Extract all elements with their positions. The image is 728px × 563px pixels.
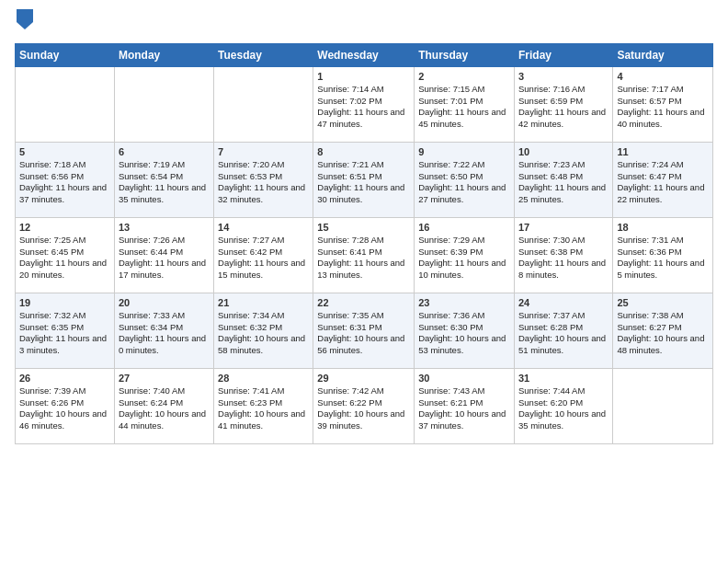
day-number: 21 <box>218 297 309 308</box>
day-number: 27 <box>119 373 210 384</box>
day-of-week-header: Saturday <box>613 43 713 66</box>
calendar-day-cell: 11Sunrise: 7:24 AM Sunset: 6:47 PM Dayli… <box>613 142 713 217</box>
day-number: 15 <box>317 222 410 233</box>
day-of-week-header: Tuesday <box>214 43 313 66</box>
day-number: 29 <box>317 373 410 384</box>
calendar-day-cell: 27Sunrise: 7:40 AM Sunset: 6:24 PM Dayli… <box>114 368 213 443</box>
calendar-day-cell: 16Sunrise: 7:29 AM Sunset: 6:39 PM Dayli… <box>415 217 515 293</box>
calendar-header-row: SundayMondayTuesdayWednesdayThursdayFrid… <box>16 43 713 66</box>
day-number: 11 <box>617 146 709 157</box>
day-number: 12 <box>19 222 110 233</box>
day-info: Sunrise: 7:16 AM Sunset: 6:59 PM Dayligh… <box>518 84 609 131</box>
day-info: Sunrise: 7:15 AM Sunset: 7:01 PM Dayligh… <box>418 84 510 131</box>
day-of-week-header: Friday <box>514 43 612 66</box>
day-number: 17 <box>518 222 609 233</box>
day-info: Sunrise: 7:40 AM Sunset: 6:24 PM Dayligh… <box>119 385 210 432</box>
calendar-day-cell: 10Sunrise: 7:23 AM Sunset: 6:48 PM Dayli… <box>514 142 612 217</box>
calendar-day-cell: 5Sunrise: 7:18 AM Sunset: 6:56 PM Daylig… <box>16 142 115 217</box>
day-info: Sunrise: 7:18 AM Sunset: 6:56 PM Dayligh… <box>19 159 110 206</box>
calendar-day-cell: 31Sunrise: 7:44 AM Sunset: 6:20 PM Dayli… <box>514 368 612 443</box>
day-info: Sunrise: 7:36 AM Sunset: 6:30 PM Dayligh… <box>418 310 510 357</box>
calendar-week-row: 19Sunrise: 7:32 AM Sunset: 6:35 PM Dayli… <box>16 293 713 368</box>
day-info: Sunrise: 7:14 AM Sunset: 7:02 PM Dayligh… <box>317 84 410 131</box>
calendar-day-cell: 22Sunrise: 7:35 AM Sunset: 6:31 PM Dayli… <box>313 293 415 368</box>
day-of-week-header: Wednesday <box>313 43 415 66</box>
day-number: 10 <box>518 146 609 157</box>
calendar-day-cell: 1Sunrise: 7:14 AM Sunset: 7:02 PM Daylig… <box>313 66 415 142</box>
calendar-day-cell: 19Sunrise: 7:32 AM Sunset: 6:35 PM Dayli… <box>16 293 115 368</box>
calendar-day-cell: 2Sunrise: 7:15 AM Sunset: 7:01 PM Daylig… <box>415 66 515 142</box>
day-number: 7 <box>218 146 309 157</box>
calendar-week-row: 12Sunrise: 7:25 AM Sunset: 6:45 PM Dayli… <box>16 217 713 293</box>
day-info: Sunrise: 7:37 AM Sunset: 6:28 PM Dayligh… <box>518 310 609 357</box>
calendar-day-cell: 14Sunrise: 7:27 AM Sunset: 6:42 PM Dayli… <box>214 217 313 293</box>
calendar-day-cell: 15Sunrise: 7:28 AM Sunset: 6:41 PM Dayli… <box>313 217 415 293</box>
calendar-day-cell: 21Sunrise: 7:34 AM Sunset: 6:32 PM Dayli… <box>214 293 313 368</box>
calendar-day-cell: 18Sunrise: 7:31 AM Sunset: 6:36 PM Dayli… <box>613 217 713 293</box>
day-number: 20 <box>119 297 210 308</box>
calendar-day-cell: 20Sunrise: 7:33 AM Sunset: 6:34 PM Dayli… <box>114 293 213 368</box>
logo <box>15 9 33 36</box>
calendar-day-cell: 24Sunrise: 7:37 AM Sunset: 6:28 PM Dayli… <box>514 293 612 368</box>
day-info: Sunrise: 7:19 AM Sunset: 6:54 PM Dayligh… <box>119 159 210 206</box>
day-number: 14 <box>218 222 309 233</box>
calendar-week-row: 26Sunrise: 7:39 AM Sunset: 6:26 PM Dayli… <box>16 368 713 443</box>
svg-marker-0 <box>17 9 33 29</box>
day-number: 16 <box>418 222 510 233</box>
day-info: Sunrise: 7:20 AM Sunset: 6:53 PM Dayligh… <box>218 159 309 206</box>
calendar-day-cell: 23Sunrise: 7:36 AM Sunset: 6:30 PM Dayli… <box>415 293 515 368</box>
logo-icon <box>17 9 33 29</box>
day-number: 31 <box>518 373 609 384</box>
day-of-week-header: Sunday <box>16 43 115 66</box>
day-info: Sunrise: 7:44 AM Sunset: 6:20 PM Dayligh… <box>518 385 609 432</box>
day-number: 18 <box>617 222 709 233</box>
header <box>15 9 713 36</box>
day-number: 8 <box>317 146 410 157</box>
day-info: Sunrise: 7:22 AM Sunset: 6:50 PM Dayligh… <box>418 159 510 206</box>
calendar-day-cell: 7Sunrise: 7:20 AM Sunset: 6:53 PM Daylig… <box>214 142 313 217</box>
day-info: Sunrise: 7:39 AM Sunset: 6:26 PM Dayligh… <box>19 385 110 432</box>
day-of-week-header: Monday <box>114 43 213 66</box>
calendar-day-cell: 29Sunrise: 7:42 AM Sunset: 6:22 PM Dayli… <box>313 368 415 443</box>
day-info: Sunrise: 7:17 AM Sunset: 6:57 PM Dayligh… <box>617 84 709 131</box>
day-info: Sunrise: 7:35 AM Sunset: 6:31 PM Dayligh… <box>317 310 410 357</box>
day-number: 4 <box>617 71 709 82</box>
day-info: Sunrise: 7:26 AM Sunset: 6:44 PM Dayligh… <box>119 235 210 282</box>
calendar-day-cell <box>214 66 313 142</box>
day-number: 6 <box>119 146 210 157</box>
calendar-day-cell: 25Sunrise: 7:38 AM Sunset: 6:27 PM Dayli… <box>613 293 713 368</box>
page-container: SundayMondayTuesdayWednesdayThursdayFrid… <box>0 0 728 454</box>
day-info: Sunrise: 7:29 AM Sunset: 6:39 PM Dayligh… <box>418 235 510 282</box>
calendar-day-cell: 17Sunrise: 7:30 AM Sunset: 6:38 PM Dayli… <box>514 217 612 293</box>
day-info: Sunrise: 7:33 AM Sunset: 6:34 PM Dayligh… <box>119 310 210 357</box>
calendar-day-cell: 13Sunrise: 7:26 AM Sunset: 6:44 PM Dayli… <box>114 217 213 293</box>
calendar-day-cell: 6Sunrise: 7:19 AM Sunset: 6:54 PM Daylig… <box>114 142 213 217</box>
calendar-week-row: 1Sunrise: 7:14 AM Sunset: 7:02 PM Daylig… <box>16 66 713 142</box>
day-info: Sunrise: 7:43 AM Sunset: 6:21 PM Dayligh… <box>418 385 510 432</box>
day-info: Sunrise: 7:34 AM Sunset: 6:32 PM Dayligh… <box>218 310 309 357</box>
day-info: Sunrise: 7:41 AM Sunset: 6:23 PM Dayligh… <box>218 385 309 432</box>
calendar-day-cell: 3Sunrise: 7:16 AM Sunset: 6:59 PM Daylig… <box>514 66 612 142</box>
calendar-day-cell: 26Sunrise: 7:39 AM Sunset: 6:26 PM Dayli… <box>16 368 115 443</box>
calendar-day-cell: 8Sunrise: 7:21 AM Sunset: 6:51 PM Daylig… <box>313 142 415 217</box>
calendar-day-cell <box>114 66 213 142</box>
day-number: 28 <box>218 373 309 384</box>
day-number: 13 <box>119 222 210 233</box>
day-number: 24 <box>518 297 609 308</box>
calendar-day-cell <box>613 368 713 443</box>
day-number: 26 <box>19 373 110 384</box>
day-number: 9 <box>418 146 510 157</box>
day-number: 2 <box>418 71 510 82</box>
day-info: Sunrise: 7:25 AM Sunset: 6:45 PM Dayligh… <box>19 235 110 282</box>
calendar-week-row: 5Sunrise: 7:18 AM Sunset: 6:56 PM Daylig… <box>16 142 713 217</box>
day-number: 23 <box>418 297 510 308</box>
day-info: Sunrise: 7:21 AM Sunset: 6:51 PM Dayligh… <box>317 159 410 206</box>
calendar-day-cell: 4Sunrise: 7:17 AM Sunset: 6:57 PM Daylig… <box>613 66 713 142</box>
day-number: 25 <box>617 297 709 308</box>
day-number: 3 <box>518 71 609 82</box>
day-info: Sunrise: 7:31 AM Sunset: 6:36 PM Dayligh… <box>617 235 709 282</box>
calendar-day-cell: 30Sunrise: 7:43 AM Sunset: 6:21 PM Dayli… <box>415 368 515 443</box>
calendar-table: SundayMondayTuesdayWednesdayThursdayFrid… <box>15 43 713 444</box>
day-number: 19 <box>19 297 110 308</box>
day-of-week-header: Thursday <box>415 43 515 66</box>
